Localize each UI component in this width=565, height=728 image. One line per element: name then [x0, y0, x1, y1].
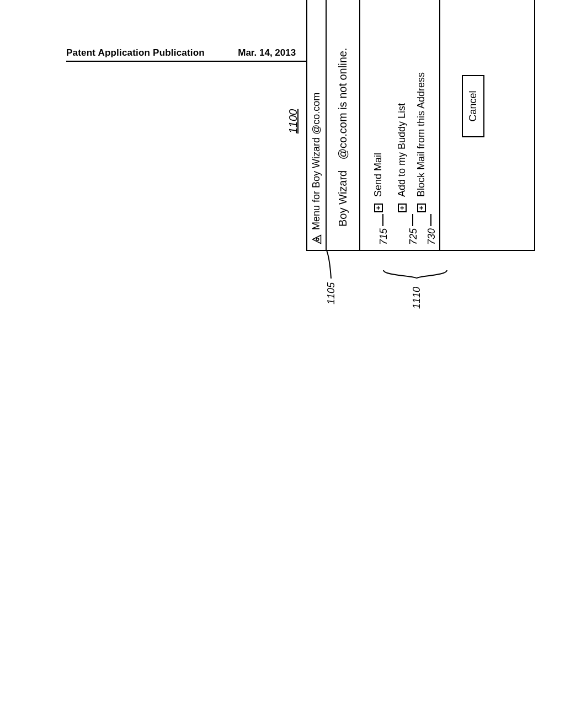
svg-point-1: [316, 238, 319, 241]
option-label: Block Mail from this Address: [415, 72, 427, 197]
contact-status: @co.com is not online.: [337, 48, 349, 160]
plus-icon: +: [417, 204, 426, 212]
callout-1105: 1105: [326, 282, 337, 304]
page: Patent Application Publication Mar. 14, …: [0, 0, 565, 728]
button-row: Cancel: [440, 0, 505, 250]
options-group: + Send Mail + Add to my Buddy List + Blo…: [360, 0, 440, 250]
contact-name: Boy Wizard: [337, 170, 349, 227]
callout-725: 725: [408, 228, 419, 245]
option-label: Add to my Buddy List: [396, 103, 408, 197]
cancel-button[interactable]: Cancel: [462, 75, 484, 137]
dialog-title-bar: Menu for Boy Wizard @co.com: [307, 0, 327, 250]
callout-715: 715: [378, 228, 390, 245]
callout-1110: 1110: [411, 287, 423, 309]
option-label: Send Mail: [372, 153, 384, 197]
plus-icon: +: [374, 204, 383, 212]
context-menu-dialog: Menu for Boy Wizard @co.com Boy Wizard @…: [306, 0, 535, 251]
pub-label: Patent Application Publication: [66, 47, 205, 58]
figure-11: 1100 Menu for Boy Wizard @co.com Boy Wiz…: [287, 0, 565, 309]
option-send-mail[interactable]: + Send Mail: [372, 0, 384, 212]
dialog-title: Menu for Boy Wizard @co.com: [311, 93, 322, 230]
callout-730: 730: [426, 228, 438, 245]
figure-ref-number: 1100: [287, 109, 300, 134]
person-icon: [312, 234, 322, 244]
status-row: Boy Wizard @co.com is not online.: [327, 0, 360, 250]
option-add-buddy[interactable]: + Add to my Buddy List: [396, 0, 408, 212]
plus-icon: +: [398, 204, 407, 212]
option-block-mail[interactable]: + Block Mail from this Address: [415, 0, 427, 212]
